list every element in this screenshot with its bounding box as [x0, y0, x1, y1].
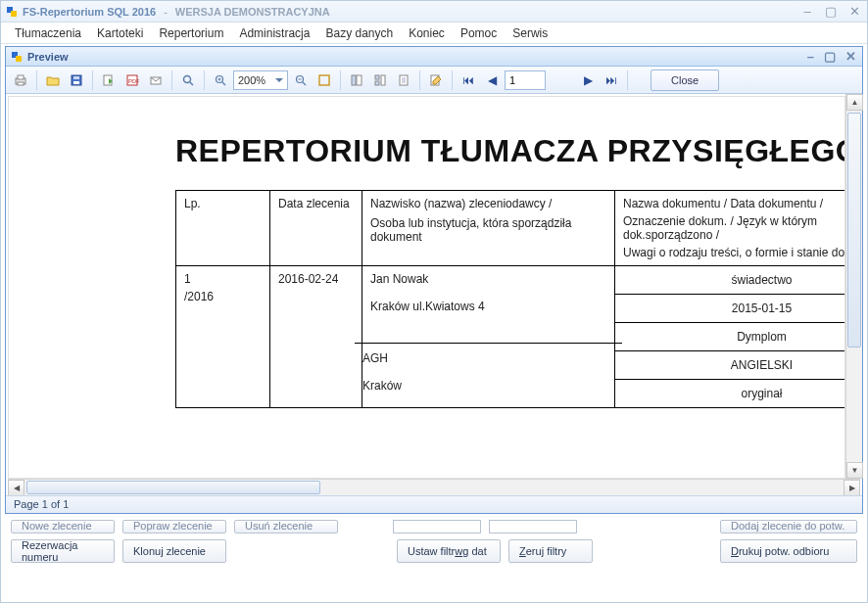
- preview-minimize-icon[interactable]: –: [807, 49, 814, 64]
- save-icon[interactable]: [66, 70, 87, 91]
- last-page-icon[interactable]: ⏭: [601, 70, 622, 91]
- popraw-zlecenie-button[interactable]: Popraw zlecenie: [122, 520, 226, 533]
- outline-icon[interactable]: [346, 70, 367, 91]
- first-page-icon[interactable]: ⏮: [458, 70, 479, 91]
- menu-bazy-danych[interactable]: Bazy danych: [319, 24, 399, 42]
- ustaw-filtr-button[interactable]: Ustaw filtr wg dat: [397, 539, 501, 563]
- zeruj-filtry-button[interactable]: Zeruj filtry: [508, 539, 593, 563]
- bottom-toolbar: Nowe zlecenie Popraw zlecenie Usuń zlece…: [1, 514, 867, 573]
- fullscreen-icon[interactable]: [313, 70, 335, 91]
- svg-line-11: [190, 82, 193, 85]
- cell-client: Jan Nowak Kraków ul.Kwiatows 4 AGH Krakó…: [362, 266, 615, 408]
- nowe-zlecenie-button[interactable]: Nowe zlecenie: [11, 520, 115, 533]
- svg-line-17: [303, 82, 306, 85]
- svg-rect-4: [73, 81, 79, 84]
- menu-administracja[interactable]: Administracja: [233, 24, 315, 42]
- header-name: Nazwisko (nazwa) zleceniodawcy / Osoba l…: [362, 191, 615, 266]
- header-doc: Nazwa dokumentu / Data dokumentu / Oznac…: [615, 191, 846, 266]
- svg-rect-5: [73, 76, 79, 79]
- scroll-left-icon[interactable]: ◀: [8, 480, 24, 496]
- svg-rect-21: [357, 75, 362, 85]
- document-viewport[interactable]: REPERTORIUM TŁUMACZA PRZYSIĘGŁEGO Lp. Da…: [8, 96, 845, 479]
- app-title: FS-Repertorium SQL 2016: [23, 6, 156, 18]
- svg-rect-24: [381, 75, 385, 85]
- svg-rect-1: [18, 75, 24, 79]
- email-icon[interactable]: [145, 70, 167, 91]
- svg-line-13: [222, 82, 225, 85]
- app-window: FS-Repertorium SQL 2016 - WERSJA DEMONST…: [0, 0, 868, 603]
- svg-rect-22: [375, 75, 379, 79]
- document-page: REPERTORIUM TŁUMACZA PRZYSIĘGŁEGO Lp. Da…: [19, 105, 845, 408]
- menu-koniec[interactable]: Koniec: [403, 24, 451, 42]
- vertical-scroll-thumb[interactable]: [847, 113, 861, 348]
- scroll-down-icon[interactable]: ▼: [846, 462, 863, 479]
- preview-toolbar: PDF 200% ⏮ ◀ ▶ ⏭ Close: [6, 67, 862, 94]
- vertical-scrollbar[interactable]: ▲ ▼: [845, 94, 862, 479]
- header-date: Data zlecenia: [270, 191, 362, 266]
- svg-text:PDF: PDF: [128, 78, 139, 84]
- dodaj-zlecenie-button[interactable]: Dodaj zlecenie do potw.: [720, 520, 857, 533]
- preview-title-text: Preview: [27, 51, 69, 63]
- menu-repertorium[interactable]: Repertorium: [153, 24, 229, 42]
- open-icon[interactable]: [42, 70, 64, 91]
- svg-point-10: [184, 75, 191, 82]
- preview-icon: [12, 52, 22, 62]
- menu-tlumaczenia[interactable]: Tłumaczenia: [9, 24, 87, 42]
- usun-zlecenie-button[interactable]: Usuń zlecenie: [234, 520, 338, 533]
- maximize-icon[interactable]: ▢: [824, 4, 838, 19]
- print-icon[interactable]: [10, 70, 31, 91]
- document-title: REPERTORIUM TŁUMACZA PRZYSIĘGŁEGO: [175, 134, 845, 168]
- horizontal-scroll-thumb[interactable]: [26, 481, 320, 494]
- rezerwacja-numeru-button[interactable]: Rezerwacja numeru: [11, 539, 115, 563]
- minimize-icon[interactable]: –: [800, 4, 814, 19]
- date-to-input[interactable]: [489, 520, 577, 533]
- app-subtitle: WERSJA DEMONSTRACYJNA: [175, 6, 330, 18]
- page-setup-icon[interactable]: [393, 70, 414, 91]
- svg-rect-2: [18, 82, 24, 85]
- menu-serwis[interactable]: Serwis: [506, 24, 554, 42]
- preview-close-icon[interactable]: ✕: [845, 49, 856, 64]
- cell-date: 2016-02-24: [270, 266, 362, 408]
- repertorium-table: Lp. Data zlecenia Nazwisko (nazwa) zlece…: [175, 190, 845, 408]
- app-titlebar: FS-Repertorium SQL 2016 - WERSJA DEMONST…: [1, 1, 867, 23]
- scroll-up-icon[interactable]: ▲: [846, 94, 863, 111]
- zoom-select[interactable]: 200%: [233, 70, 288, 90]
- export-icon[interactable]: [98, 70, 120, 91]
- preview-window: Preview – ▢ ✕ PDF 200%: [5, 46, 863, 514]
- preview-titlebar: Preview – ▢ ✕: [6, 47, 862, 67]
- menubar: Tłumaczenia Kartoteki Repertorium Admini…: [1, 23, 867, 44]
- cell-doc: świadectwo 2015-01-15 Dymplom ANGIELSKI …: [615, 266, 846, 408]
- zoom-out-icon[interactable]: [290, 70, 312, 91]
- preview-maximize-icon[interactable]: ▢: [824, 49, 836, 64]
- drukuj-potw-button[interactable]: Drukuj potw. odbioru: [720, 539, 857, 563]
- svg-rect-19: [319, 75, 329, 85]
- header-lp: Lp.: [176, 191, 270, 266]
- thumbnails-icon[interactable]: [369, 70, 391, 91]
- cell-lp: 1 /2016: [176, 266, 270, 408]
- edit-page-icon[interactable]: [425, 70, 447, 91]
- menu-kartoteki[interactable]: Kartoteki: [91, 24, 149, 42]
- status-bar: Page 1 of 1: [6, 495, 862, 513]
- scroll-right-icon[interactable]: ▶: [844, 480, 860, 496]
- svg-rect-20: [352, 75, 356, 85]
- menu-pomoc[interactable]: Pomoc: [455, 24, 503, 42]
- close-icon[interactable]: ✕: [847, 4, 861, 19]
- preview-body: REPERTORIUM TŁUMACZA PRZYSIĘGŁEGO Lp. Da…: [6, 94, 862, 479]
- next-page-icon[interactable]: ▶: [577, 70, 599, 91]
- zoom-in-icon[interactable]: [210, 70, 231, 91]
- horizontal-scrollbar[interactable]: ◀ ▶: [8, 479, 860, 495]
- pdf-icon[interactable]: PDF: [121, 70, 143, 91]
- table-row: 1 /2016 2016-02-24 Jan Nowak Kraków ul.K…: [176, 266, 846, 408]
- page-number-input[interactable]: [505, 70, 546, 90]
- prev-page-icon[interactable]: ◀: [481, 70, 503, 91]
- find-icon[interactable]: [177, 70, 199, 91]
- close-button[interactable]: Close: [651, 70, 719, 91]
- klonuj-zlecenie-button[interactable]: Klonuj zlecenie: [122, 539, 226, 563]
- date-from-input[interactable]: [393, 520, 481, 533]
- svg-rect-23: [375, 81, 379, 85]
- app-icon: [7, 7, 17, 17]
